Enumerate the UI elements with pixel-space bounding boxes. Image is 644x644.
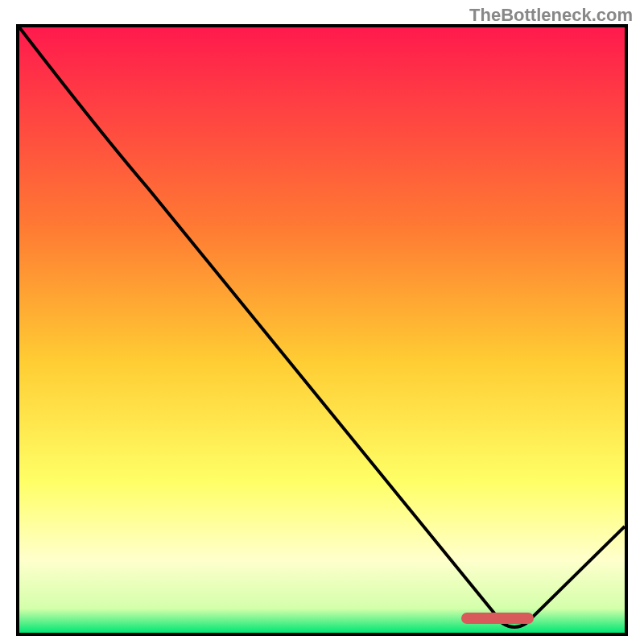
optimal-range-marker [461, 613, 534, 624]
bottleneck-curve [19, 27, 625, 633]
watermark-text: TheBottleneck.com [469, 5, 633, 26]
chart-plot-area [16, 24, 628, 636]
